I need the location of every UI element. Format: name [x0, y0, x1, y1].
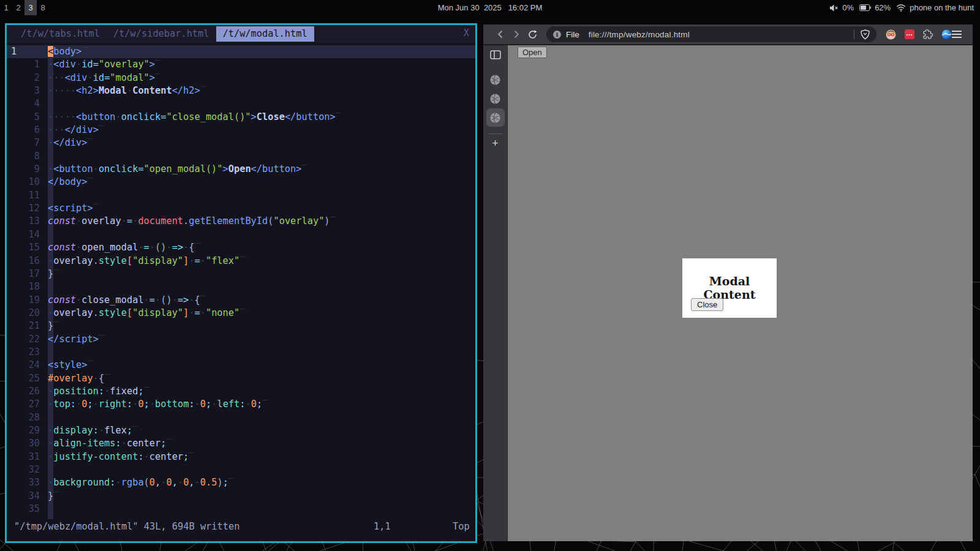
- new-tab-button[interactable]: +: [492, 138, 499, 149]
- code-line: 35: [7, 503, 475, 515]
- line-number: 4: [7, 97, 48, 110]
- code-line: 23: [7, 346, 475, 359]
- browser-toolbar: File file:///tmp/webz/modal.html: [483, 24, 973, 45]
- vim-buffer[interactable]: 1<body>‾1·<div·id="overlay">‾2···<div·id…: [7, 43, 475, 519]
- line-number: 1: [7, 45, 48, 58]
- default-favicon-globe-icon: [490, 94, 500, 104]
- vertical-tabs: [486, 70, 505, 127]
- editor-tab[interactable]: /t/w/modal.html: [216, 26, 314, 42]
- code-line: 33·background:·rgba(0,·0,·0,·0.5);‾: [7, 476, 475, 489]
- code-line: 16·overlay.style["display"]·=·"flex"‾: [7, 255, 475, 268]
- info-icon[interactable]: [553, 31, 561, 39]
- line-number: 34: [7, 490, 48, 503]
- line-number: 8: [7, 150, 48, 163]
- code-line: 17}‾: [7, 268, 475, 280]
- red-dots-extension-icon[interactable]: [905, 29, 914, 39]
- code-line: 3·····<h2>Modal·Content</h2>‾: [7, 84, 475, 97]
- code-line: 7·</div>‾: [7, 137, 475, 149]
- code-line: 19const·close_modal·=·()·=>·{‾: [7, 294, 475, 307]
- line-number: 28: [7, 411, 48, 424]
- code-lines: 1<body>‾1·<div·id="overlay">‾2···<div·id…: [7, 45, 475, 515]
- code-line: 12<script>‾: [7, 202, 475, 215]
- code-line: 15const·open_modal·=·()·=>·{‾: [7, 241, 475, 254]
- system-tray: 0% 62% phone on the hunt: [829, 3, 980, 12]
- line-number: 20: [7, 307, 48, 320]
- editor-tab[interactable]: /t/w/sidebar.html: [107, 26, 216, 42]
- code-line: 2···<div·id="modal">‾: [7, 72, 475, 84]
- statusline-scroll-position: Top: [453, 521, 470, 532]
- extensions-puzzle-icon[interactable]: [923, 29, 933, 39]
- status-bar: 1238 Mon Jun 30 2025 16:02 PM 0% 62%: [0, 0, 980, 15]
- line-number: 27: [7, 398, 48, 411]
- web-page: Open Modal Content Close: [508, 45, 973, 541]
- browser-vertical-tab[interactable]: [486, 70, 505, 89]
- muted-speaker-icon: [829, 4, 839, 12]
- line-number: 29: [7, 424, 48, 437]
- page-close-button[interactable]: Close: [691, 298, 723, 311]
- forward-button[interactable]: [511, 29, 521, 39]
- profile-avatar-icon[interactable]: [886, 29, 896, 40]
- volume-indicator[interactable]: 0%: [829, 3, 854, 12]
- code-line: 10</body>‾: [7, 176, 475, 189]
- wifi-ssid: phone on the hunt: [910, 3, 974, 12]
- default-favicon-globe-icon: [490, 113, 500, 123]
- code-line: 30·align-items:·center;‾: [7, 437, 475, 450]
- line-number: 11: [7, 189, 48, 202]
- address-bar[interactable]: File file:///tmp/webz/modal.html: [546, 26, 876, 42]
- blue-sphere-icon[interactable]: [941, 29, 952, 40]
- url-scheme-chip: File: [566, 30, 579, 39]
- line-number: 15: [7, 241, 48, 254]
- code-line: 32: [7, 463, 475, 476]
- code-line: 20·overlay.style["display"]·=·"none"‾: [7, 307, 475, 320]
- brave-shield-icon[interactable]: [861, 29, 870, 40]
- line-number: 32: [7, 463, 48, 476]
- line-number: 33: [7, 476, 48, 489]
- code-line: 18: [7, 280, 475, 293]
- page-open-button[interactable]: Open: [518, 47, 547, 58]
- wifi-indicator[interactable]: phone on the hunt: [896, 3, 974, 12]
- reload-button[interactable]: [527, 29, 538, 40]
- browser-vertical-tab[interactable]: [486, 89, 505, 108]
- line-number: 30: [7, 437, 48, 450]
- tab-strip-divider: [489, 133, 502, 134]
- line-number: 25: [7, 372, 48, 385]
- extension-icons: [886, 29, 952, 40]
- line-number: 22: [7, 333, 48, 346]
- battery-indicator[interactable]: 62%: [859, 3, 891, 12]
- line-number: 19: [7, 294, 48, 307]
- line-number: 26: [7, 385, 48, 398]
- vim-tab-close-button[interactable]: X: [464, 28, 469, 39]
- line-number: 18: [7, 280, 48, 293]
- code-line: 21}‾: [7, 320, 475, 332]
- code-line: 29·display:·flex;‾: [7, 424, 475, 437]
- sidebar-toggle-icon[interactable]: [490, 50, 501, 62]
- code-line: 28: [7, 411, 475, 424]
- line-number: 31: [7, 451, 48, 463]
- code-line: 26·position:·fixed;‾: [7, 385, 475, 398]
- wifi-icon: [896, 4, 906, 12]
- line-number: 16: [7, 255, 48, 268]
- code-line: 11: [7, 189, 475, 202]
- line-number: 24: [7, 359, 48, 372]
- statusline-cursor-position: 1,1: [374, 521, 391, 532]
- code-line: 13const·overlay·=·document.getElementByI…: [7, 215, 475, 228]
- hamburger-menu-icon[interactable]: [952, 31, 962, 38]
- urlbar-separator: [854, 29, 854, 39]
- line-number: 14: [7, 228, 48, 241]
- line-number: 5: [7, 111, 48, 124]
- editor-tab[interactable]: /t/w/tabs.html: [14, 26, 107, 42]
- battery-value: 62%: [875, 3, 891, 12]
- code-line: 4: [7, 97, 475, 110]
- reload-icon: [527, 29, 538, 40]
- code-line: 1·<div·id="overlay">‾: [7, 58, 475, 71]
- code-line: 31·justify-content:·center;‾: [7, 451, 475, 463]
- back-button[interactable]: [496, 29, 505, 39]
- line-number: 6: [7, 124, 48, 137]
- code-line: 27·top:·0;·right:·0;·bottom:·0;·left:·0;…: [7, 398, 475, 411]
- line-number: 3: [7, 84, 48, 97]
- default-favicon-globe-icon: [490, 75, 500, 85]
- browser-vertical-tab[interactable]: [486, 108, 505, 127]
- terminal-window: /t/w/tabs.html/t/w/sidebar.html/t/w/moda…: [5, 23, 477, 543]
- line-number: 13: [7, 215, 48, 228]
- volume-value: 0%: [842, 3, 854, 12]
